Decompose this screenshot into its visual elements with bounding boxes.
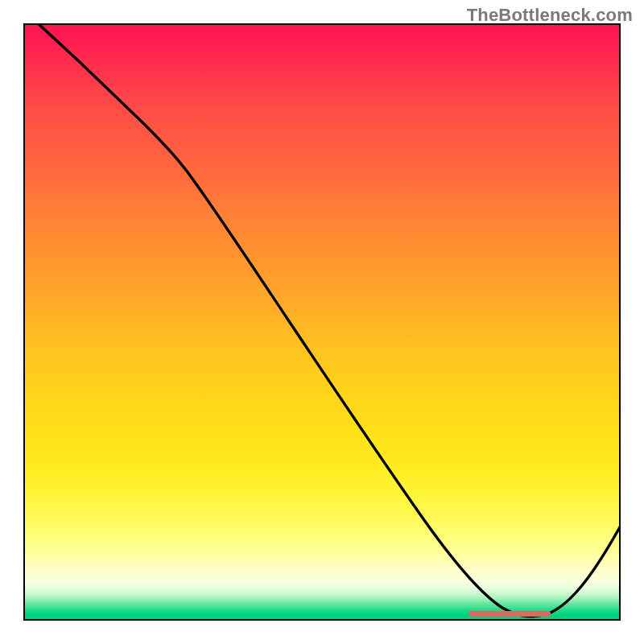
- chart-plot-area: [23, 23, 621, 621]
- watermark-text: TheBottleneck.com: [467, 5, 633, 26]
- optimal-range-marker: [469, 611, 551, 617]
- chart-curve: [23, 23, 621, 621]
